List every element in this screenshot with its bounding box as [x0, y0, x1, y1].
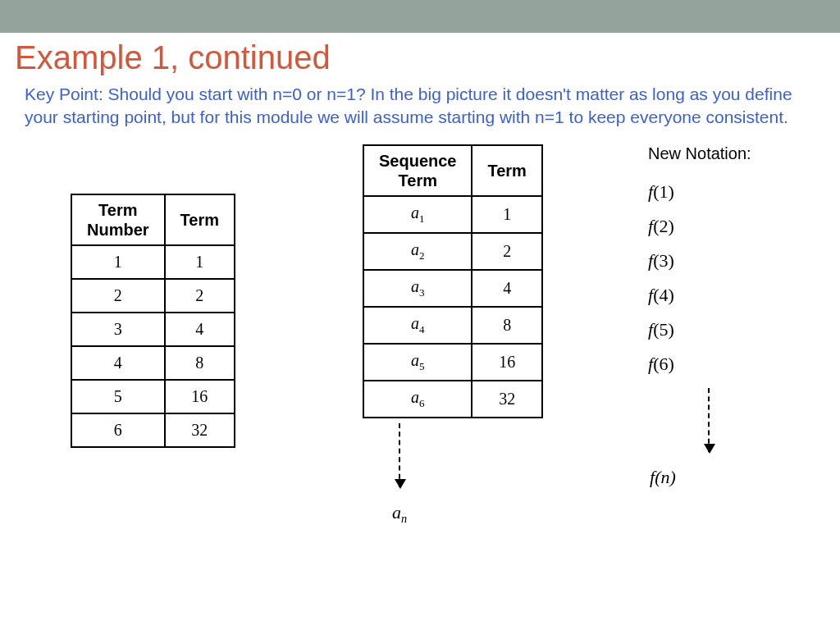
term-number-cell: 1: [71, 245, 165, 279]
table1-col1-header: Term Number: [71, 194, 165, 245]
new-notation-block: New Notation: f(1)f(2)f(3)f(4)f(5)f(6) f…: [648, 144, 751, 488]
slide-title: Example 1, continued: [15, 39, 840, 76]
term-number-cell: 4: [71, 346, 165, 380]
term-value-cell: 32: [165, 413, 235, 447]
function-notation-list: f(1)f(2)f(3)f(4)f(5)f(6): [648, 181, 751, 375]
term-value-cell: 8: [472, 307, 541, 344]
term-number-cell: 6: [71, 413, 165, 447]
table-row: a22: [363, 233, 542, 270]
term-value-cell: 1: [165, 245, 235, 279]
new-notation-title: New Notation:: [648, 144, 751, 163]
term-number-table: Term Number Term 11223448516632: [71, 194, 235, 448]
table-row: 48: [71, 346, 235, 380]
decorative-top-band: [0, 0, 840, 33]
function-notation-item: f(1): [648, 181, 751, 203]
function-notation-item: f(5): [648, 319, 751, 340]
term-value-cell: 1: [472, 196, 541, 233]
term-value-cell: 16: [165, 380, 235, 413]
term-number-cell: 3: [71, 313, 165, 346]
sequence-continuation-arrow: [256, 423, 543, 491]
function-notation-item: f(4): [648, 285, 751, 306]
key-point-text: Key Point: Should you start with n=0 or …: [25, 83, 815, 130]
notation-general-term: f(n): [650, 467, 751, 488]
sequence-term-table-wrap: Sequence Term Term a11a22a34a48a516a632 …: [363, 144, 543, 526]
table-row: a632: [363, 381, 542, 418]
term-value-cell: 8: [165, 346, 235, 380]
table-row: 11: [71, 245, 235, 279]
term-value-cell: 16: [472, 344, 541, 381]
function-notation-item: f(6): [648, 354, 751, 375]
term-value-cell: 4: [472, 270, 541, 307]
table1-col2-header: Term: [165, 194, 235, 245]
table-row: a48: [363, 307, 542, 344]
table-header-row: Sequence Term Term: [363, 145, 542, 196]
sequence-term-cell: a4: [363, 307, 472, 344]
function-notation-item: f(3): [648, 250, 751, 272]
sequence-term-cell: a1: [363, 196, 472, 233]
sequence-term-cell: a3: [363, 270, 472, 307]
sequence-term-cell: a6: [363, 381, 472, 418]
table-header-row: Term Number Term: [71, 194, 235, 245]
table2-col1-header: Sequence Term: [363, 145, 472, 196]
table-row: a11: [363, 196, 542, 233]
dashed-down-arrow-icon: [399, 423, 400, 487]
term-number-table-wrap: Term Number Term 11223448516632: [71, 194, 235, 448]
function-notation-item: f(2): [648, 216, 751, 237]
table-row: 632: [71, 413, 235, 447]
notation-continuation-arrow: [666, 388, 751, 455]
term-value-cell: 4: [165, 313, 235, 346]
sequence-general-term: an: [256, 502, 543, 526]
table-row: 516: [71, 380, 235, 413]
table-row: a516: [363, 344, 542, 381]
table-row: 34: [71, 313, 235, 346]
term-value-cell: 32: [472, 381, 541, 418]
term-number-cell: 5: [71, 380, 165, 413]
term-number-cell: 2: [71, 279, 165, 313]
table-row: a34: [363, 270, 542, 307]
term-value-cell: 2: [165, 279, 235, 313]
table-row: 22: [71, 279, 235, 313]
sequence-term-cell: a5: [363, 344, 472, 381]
table2-col2-header: Term: [472, 145, 541, 196]
term-value-cell: 2: [472, 233, 541, 270]
dashed-down-arrow-icon: [708, 388, 710, 452]
sequence-term-table: Sequence Term Term a11a22a34a48a516a632: [363, 144, 543, 418]
sequence-term-cell: a2: [363, 233, 472, 270]
